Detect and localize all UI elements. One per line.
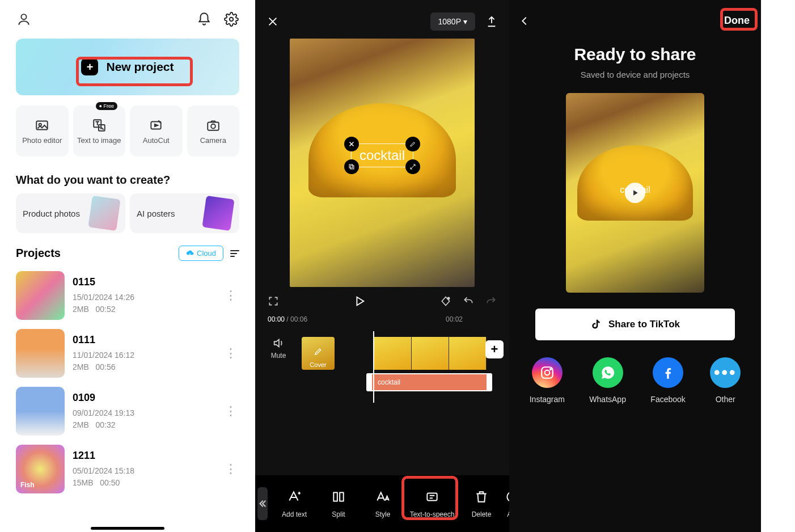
tool-text-to-speech[interactable]: Text-to-speech [405, 485, 459, 522]
clip-frame[interactable] [412, 337, 449, 370]
done-button[interactable]: Done [722, 12, 752, 29]
svg-point-8 [211, 124, 215, 129]
project-thumb [16, 387, 65, 436]
svg-point-11 [447, 297, 449, 299]
svg-rect-13 [340, 492, 344, 501]
tool-add-text[interactable]: Add text [272, 485, 316, 522]
delete-text-icon[interactable] [344, 137, 359, 151]
back-icon[interactable] [518, 15, 531, 27]
new-project-label: New project [106, 60, 174, 74]
ready-subtitle: Saved to device and projects [509, 70, 761, 79]
video-preview[interactable]: cocktail [290, 39, 475, 287]
keyframe-icon[interactable] [440, 295, 451, 307]
share-preview[interactable]: cocktail [566, 93, 704, 293]
project-item[interactable]: 0115 15/01/2024 14:262MB 00:52 ⋮ [0, 267, 255, 324]
redo-icon[interactable] [485, 295, 497, 307]
cloud-button[interactable]: Cloud [179, 246, 223, 261]
share-label: Instagram [530, 395, 565, 404]
whatsapp-icon [593, 357, 623, 388]
cover-button[interactable]: Cover [302, 337, 335, 370]
new-project-button[interactable]: + New project [16, 39, 239, 95]
share-other[interactable]: ••• Other [710, 357, 741, 404]
tool-photo-editor[interactable]: Photo editor [16, 105, 69, 157]
more-icon[interactable]: ⋮ [222, 404, 239, 419]
tool-style[interactable]: Style [361, 485, 405, 522]
share-tiktok-button[interactable]: Share to TikTok [535, 309, 735, 340]
ready-title: Ready to share [509, 45, 761, 64]
editor-header: 1080P ▾ [255, 0, 509, 35]
camera-icon [205, 117, 221, 133]
delete-icon [473, 489, 489, 505]
facebook-icon [653, 357, 683, 388]
create-card-product-photos[interactable]: Product photos [16, 193, 125, 233]
share-screen: Done Ready to share Saved to device and … [509, 0, 761, 532]
tool-autocut[interactable]: AutoCut [130, 105, 183, 157]
playhead[interactable] [373, 331, 374, 403]
time-current: 00:00 [268, 315, 285, 323]
share-label: Other [716, 395, 735, 404]
svg-point-17 [544, 370, 549, 375]
sort-icon[interactable] [230, 250, 239, 257]
tool-text-to-image[interactable]: ● Free Text to image [73, 105, 126, 157]
tool-delete[interactable]: Delete [459, 485, 504, 522]
cloud-label: Cloud [197, 249, 216, 257]
instagram-icon [532, 357, 563, 388]
clip-handle-left[interactable] [366, 374, 372, 390]
share-facebook[interactable]: Facebook [650, 357, 685, 404]
timeline-tick: 00:02 [446, 315, 463, 323]
create-row: Product photos AI posters [0, 193, 255, 233]
autocut-icon [148, 117, 164, 133]
text-clip[interactable]: cocktail [366, 373, 492, 391]
toolbar-back-icon[interactable] [257, 487, 268, 520]
tool-split[interactable]: Split [316, 485, 361, 522]
project-item[interactable]: 0109 09/01/2024 19:132MB 00:32 ⋮ [0, 382, 255, 440]
toolbar-label: Add text [282, 510, 307, 518]
settings-icon[interactable] [223, 11, 239, 27]
copy-text-icon[interactable] [344, 159, 359, 174]
more-icon[interactable]: ⋮ [222, 462, 239, 476]
create-card-ai-posters[interactable]: AI posters [130, 193, 239, 233]
toolbar-label: Style [375, 510, 391, 518]
resize-text-icon[interactable] [405, 159, 420, 174]
create-card-label: AI posters [137, 209, 175, 218]
svg-point-1 [230, 18, 234, 22]
project-meta: 05/01/2024 15:1815MB 00:50 [73, 465, 214, 489]
free-badge: ● Free [96, 102, 117, 110]
close-icon[interactable] [267, 15, 279, 28]
share-instagram[interactable]: Instagram [530, 357, 565, 404]
mute-button[interactable]: Mute [262, 337, 295, 370]
text-overlay-box[interactable]: cocktail [351, 143, 413, 167]
more-icon[interactable]: ⋮ [222, 288, 239, 303]
svg-rect-7 [208, 122, 219, 130]
export-icon[interactable] [485, 15, 498, 28]
resolution-button[interactable]: 1080P ▾ [430, 12, 475, 31]
editor-screen: 1080P ▾ cocktail 00:00 / 00:06 00:02 [255, 0, 509, 532]
text-overlay-label: cocktail [360, 147, 405, 163]
tool-row: Photo editor ● Free Text to image AutoCu… [0, 100, 255, 162]
svg-rect-9 [349, 164, 353, 168]
clip-frame[interactable] [449, 337, 487, 370]
project-item[interactable]: 0111 11/01/2024 16:122MB 00:56 ⋮ [0, 324, 255, 382]
toolbar-label: Delete [472, 510, 492, 518]
undo-icon[interactable] [463, 295, 474, 307]
timeline-clips[interactable] [374, 337, 487, 370]
project-name: 0109 [73, 392, 214, 404]
add-text-icon [286, 489, 302, 505]
more-icon[interactable]: ⋮ [222, 346, 239, 361]
project-meta: 09/01/2024 19:132MB 00:32 [73, 407, 214, 431]
edit-text-icon[interactable] [405, 137, 420, 151]
clip-frame[interactable] [374, 337, 412, 370]
timeline[interactable]: Mute Cover + cocktail [255, 329, 509, 408]
project-item[interactable]: Fish 1211 05/01/2024 15:1815MB 00:50 ⋮ [0, 440, 255, 498]
clip-handle-right[interactable] [487, 374, 492, 390]
add-clip-button[interactable]: + [485, 340, 504, 358]
tool-camera[interactable]: Camera [187, 105, 240, 157]
bell-icon[interactable] [196, 11, 212, 27]
fullscreen-icon[interactable] [268, 295, 279, 307]
create-section-title: What do you want to create? [0, 162, 255, 193]
play-icon[interactable] [625, 183, 645, 203]
profile-icon[interactable] [16, 11, 32, 27]
mute-label: Mute [271, 352, 286, 360]
play-icon[interactable] [353, 295, 366, 307]
share-whatsapp[interactable]: WhatsApp [589, 357, 626, 404]
